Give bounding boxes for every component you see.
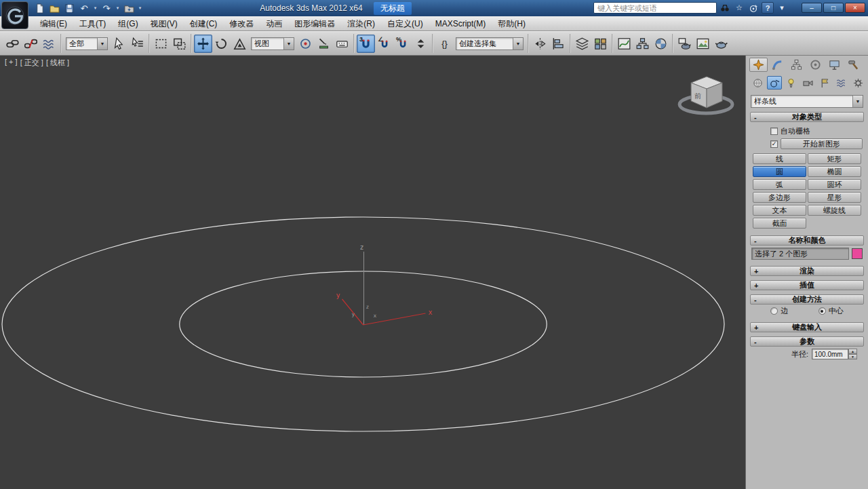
schematic-view-button[interactable] [633, 35, 652, 53]
set-project-folder-button[interactable] [122, 2, 136, 14]
minimize-button[interactable]: – [802, 3, 822, 13]
shape-button-helix[interactable]: 螺旋线 [808, 205, 861, 216]
shape-button-text[interactable]: 文本 [753, 205, 806, 216]
open-file-button[interactable] [47, 2, 61, 14]
select-and-move-button[interactable] [194, 35, 212, 53]
shape-button-line[interactable]: 线 [753, 153, 806, 164]
shape-button-rectangle[interactable]: 矩形 [808, 153, 861, 164]
shape-button-ngon[interactable]: 多边形 [753, 192, 806, 203]
circle-shape-inner[interactable] [180, 271, 547, 377]
category-space-warps[interactable] [834, 76, 850, 90]
selection-filter-dropdown[interactable]: 全部 ▼ [66, 37, 108, 50]
viewport-shading-menu[interactable]: [ 线框 ] [46, 58, 69, 68]
tab-motion[interactable] [806, 58, 825, 72]
rendered-frame-window-button[interactable] [694, 35, 712, 53]
menu-edit[interactable]: 编辑(E) [34, 17, 73, 31]
combo-arrow-icon[interactable]: ▼ [283, 38, 294, 50]
viewport-pov-menu[interactable]: [ 正交 ] [20, 58, 43, 68]
category-shapes[interactable] [767, 76, 783, 90]
reference-coordinate-dropdown[interactable]: 视图 ▼ [251, 37, 294, 50]
creation-method-center[interactable]: 中心 [818, 306, 844, 316]
spinner-snap-toggle[interactable] [412, 35, 430, 53]
rollout-parameters-header[interactable]: - 参数 [750, 336, 864, 347]
category-lights[interactable] [783, 76, 799, 90]
help-button[interactable]: ? [762, 2, 774, 14]
rollout-name-color-header[interactable]: - 名称和颜色 [750, 235, 864, 246]
tab-modify[interactable] [768, 58, 787, 72]
infocenter-search-input[interactable] [593, 2, 717, 14]
menu-customize[interactable]: 自定义(U) [381, 17, 429, 31]
rollout-creation-method-header[interactable]: - 创建方法 [750, 294, 864, 305]
window-crossing-toggle[interactable] [170, 35, 189, 53]
menu-views[interactable]: 视图(V) [144, 17, 184, 31]
select-object-button[interactable] [110, 35, 128, 53]
layer-manager-button[interactable] [573, 35, 591, 53]
redo-button[interactable]: ↷ [100, 2, 113, 14]
shape-button-donut[interactable]: 圆环 [808, 179, 861, 190]
radius-input[interactable] [812, 349, 848, 359]
communication-center-button[interactable] [747, 2, 760, 14]
viewport-canvas[interactable]: z z y x y x 前 [0, 56, 745, 489]
menu-animation[interactable]: 动画 [260, 17, 288, 31]
menu-graph-editors[interactable]: 图形编辑器 [288, 17, 341, 31]
category-helpers[interactable] [817, 76, 833, 90]
menu-create[interactable]: 创建(C) [184, 17, 224, 31]
curve-editor-button[interactable] [615, 35, 633, 53]
save-file-button[interactable] [62, 2, 76, 14]
undo-button[interactable]: ↶ [77, 2, 91, 14]
percent-snap-toggle[interactable]: % [393, 35, 412, 53]
combo-arrow-icon[interactable]: ▼ [852, 96, 863, 107]
rollout-keyboard-entry-header[interactable]: + 键盘输入 [750, 322, 864, 332]
select-and-rotate-button[interactable] [212, 35, 231, 53]
search-button[interactable] [719, 2, 731, 14]
application-menu-button[interactable] [1, 1, 28, 29]
select-and-scale-button[interactable] [231, 35, 249, 53]
center-radio[interactable] [818, 307, 826, 315]
rollout-rendering-header[interactable]: + 渲染 [750, 266, 864, 276]
maximize-button[interactable]: □ [823, 3, 844, 13]
shape-category-dropdown[interactable]: 样条线 ▼ [751, 95, 863, 108]
start-new-shape-button[interactable]: 开始新图形 [781, 138, 863, 149]
select-and-manipulate-button[interactable] [315, 35, 333, 53]
edit-named-selection-sets-button[interactable]: {} [435, 35, 454, 53]
combo-arrow-icon[interactable]: ▼ [97, 38, 107, 50]
snaps-toggle-3d-button[interactable]: 3 [357, 35, 375, 53]
object-name-field[interactable] [751, 248, 849, 260]
menu-rendering[interactable]: 渲染(R) [341, 17, 381, 31]
viewport-orthographic[interactable]: [ + ] [ 正交 ] [ 线框 ] z z y x y x [0, 56, 746, 489]
menu-group[interactable]: 组(G) [112, 17, 144, 31]
angle-snap-toggle[interactable]: ∠ [375, 35, 393, 53]
viewcube[interactable]: 前 [679, 77, 732, 113]
mirror-button[interactable] [531, 35, 549, 53]
menu-help[interactable]: 帮助(H) [492, 17, 532, 31]
tab-create[interactable] [749, 58, 768, 72]
category-cameras[interactable] [800, 76, 816, 90]
close-button[interactable]: × [845, 3, 865, 13]
render-setup-button[interactable] [675, 35, 694, 53]
tab-utilities[interactable] [844, 58, 863, 72]
menu-maxscript[interactable]: MAXScript(M) [429, 17, 492, 31]
menu-modifiers[interactable]: 修改器 [223, 17, 260, 31]
combo-arrow-icon[interactable]: ▼ [513, 38, 523, 50]
qat-customize-arrow[interactable]: ▾ [137, 5, 143, 11]
shape-button-circle[interactable]: 圆 [753, 166, 806, 177]
select-and-link-button[interactable] [3, 35, 22, 53]
radius-spin-down-button[interactable]: ▼ [848, 354, 857, 359]
shape-button-star[interactable]: 星形 [808, 192, 861, 203]
use-pivot-point-center-button[interactable] [296, 35, 315, 53]
autogrid-checkbox[interactable] [770, 128, 778, 135]
shape-button-section[interactable]: 截面 [753, 218, 806, 229]
category-systems[interactable] [850, 76, 866, 90]
category-geometry[interactable] [750, 76, 766, 90]
rollout-interpolation-header[interactable]: + 插值 [750, 280, 864, 290]
tab-hierarchy[interactable] [787, 58, 806, 72]
unlink-selection-button[interactable] [22, 35, 40, 53]
radius-spin-up-button[interactable]: ▲ [848, 349, 857, 354]
keyboard-shortcut-override-toggle[interactable] [333, 35, 351, 53]
graphite-modeling-tools-toggle[interactable] [591, 35, 610, 53]
select-by-name-button[interactable] [128, 35, 146, 53]
redo-dropdown-arrow[interactable]: ▾ [115, 5, 121, 11]
start-new-shape-checkbox[interactable]: ✓ [770, 140, 778, 148]
named-selection-set-dropdown[interactable]: 创建选择集 ▼ [456, 37, 524, 50]
rectangular-selection-region-button[interactable] [152, 35, 170, 53]
